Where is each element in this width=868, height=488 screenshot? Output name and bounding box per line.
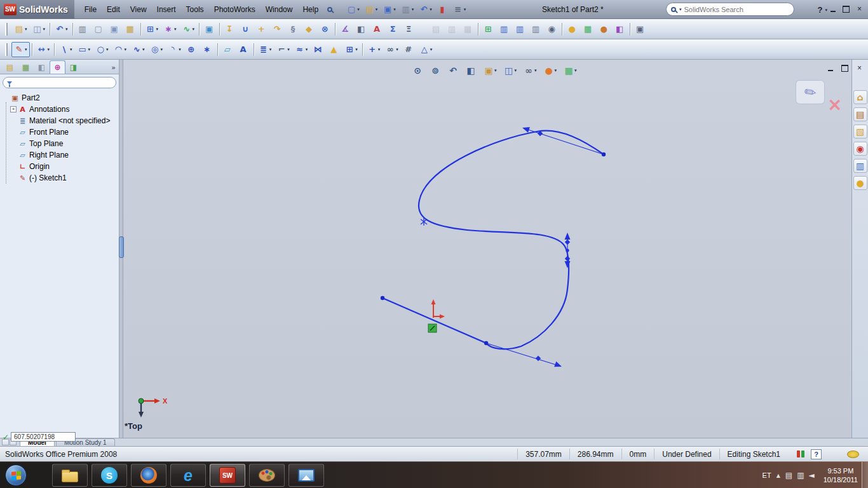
tree-expander[interactable]: + (10, 106, 17, 112)
undo[interactable]: ↶▾ (416, 2, 435, 17)
pw-render-area[interactable]: ▥ (444, 22, 460, 37)
display-relations[interactable]: ∞▾ (383, 42, 401, 57)
tree-filter-box[interactable] (3, 77, 116, 88)
tree-expander[interactable] (3, 95, 9, 101)
clock[interactable]: 9:53 PM 10/18/2011 (824, 466, 858, 485)
display-target-3[interactable]: ▥ (528, 22, 544, 37)
displaymanager-tab[interactable]: ◨ (65, 60, 81, 74)
menu-item[interactable]: File (79, 3, 102, 16)
tree-item[interactable]: ∟ Origin (3, 161, 119, 172)
mirror-entities[interactable]: ⋈ (310, 42, 326, 57)
minimize-button[interactable] (828, 4, 837, 13)
repair-sketch[interactable]: # (401, 42, 417, 57)
spline-handle-bottom[interactable] (486, 343, 563, 369)
status-help-icon[interactable]: ? (811, 449, 822, 459)
view-palette[interactable]: ▥ (853, 159, 867, 173)
show-desktop-button[interactable] (862, 462, 868, 488)
centerline-pattern[interactable]: ≣▾ (256, 42, 275, 57)
skype-button[interactable]: S (92, 464, 127, 487)
grid-settings[interactable]: ⊞▾ (143, 22, 161, 37)
firefox-button[interactable] (131, 464, 166, 487)
paint-button[interactable] (249, 464, 285, 487)
tree-expander[interactable] (10, 152, 17, 158)
section-view-hud[interactable]: ◧ (463, 63, 479, 78)
section-view[interactable]: ◧ (353, 22, 369, 37)
pw-grid[interactable]: ⊞ (480, 22, 496, 37)
curvature[interactable]: Ξ (401, 22, 417, 37)
rotate-component[interactable]: ↷ (269, 22, 285, 37)
tree-expander[interactable] (10, 140, 17, 147)
panel-overflow-chevron-icon[interactable]: » (111, 64, 119, 74)
open-document[interactable]: ▤▾ (362, 2, 381, 17)
cancel-sketch-icon[interactable]: × (827, 94, 842, 115)
menu-search-icon[interactable] (325, 7, 335, 12)
open-part[interactable]: ▤▾ (11, 22, 30, 37)
smart-fasteners[interactable]: § (285, 22, 301, 37)
doc-minimize-button[interactable] (825, 64, 835, 72)
solidworks-button[interactable]: SW (210, 464, 245, 487)
lights[interactable]: ● (564, 22, 580, 37)
help-icon[interactable]: ? (818, 5, 823, 15)
equations[interactable]: Σ (385, 22, 401, 37)
smart-tool[interactable]: ∗▾ (161, 22, 179, 37)
windows-explorer-button[interactable] (52, 464, 88, 487)
spline[interactable]: ∿▾ (129, 42, 147, 57)
circle[interactable]: ○▾ (93, 42, 111, 57)
line[interactable]: \▾ (57, 42, 75, 57)
sketch-canvas[interactable]: X *Top (123, 60, 851, 438)
render-options[interactable]: ◧ (612, 22, 628, 37)
edit-appearance[interactable]: ●▾ (541, 63, 560, 78)
convert-entities[interactable]: ⌐▾ (274, 42, 292, 57)
screen-capture[interactable]: ▣ (201, 22, 217, 37)
internet-explorer-button[interactable]: e (170, 464, 206, 487)
interference-check[interactable]: ⊗ (317, 22, 333, 37)
volume-tray-icon[interactable]: ◄ (809, 471, 815, 480)
display-target-2[interactable]: ▥ (512, 22, 528, 37)
solidworks-resources[interactable]: ⌂ (853, 90, 867, 104)
tree-expander[interactable] (10, 129, 17, 135)
tree-expander[interactable] (10, 175, 17, 181)
save-document[interactable]: ▣▾ (380, 2, 398, 17)
insert-component[interactable]: ↧ (222, 22, 238, 37)
new-document[interactable]: ▢▾ (344, 2, 362, 17)
file-explorer-pane[interactable]: ▧ (853, 125, 867, 139)
tree-item[interactable]: ▱ Front Plane (3, 126, 119, 138)
confirmation-corner[interactable]: ✎ (796, 80, 825, 104)
menu-item[interactable]: Insert (152, 3, 181, 16)
window-layout[interactable]: ◫▾ (30, 22, 48, 37)
rectangle[interactable]: ▭▾ (75, 42, 93, 57)
panel-splitter-handle[interactable] (119, 236, 124, 258)
construction-point[interactable]: ∗ (200, 42, 215, 57)
sketch-endpoints[interactable] (381, 152, 606, 345)
relation-badge[interactable] (428, 324, 437, 332)
view-undo[interactable]: ↶▾ (52, 22, 71, 37)
toolbox[interactable]: ◉ (853, 142, 867, 156)
sketch-fillet[interactable]: ◝▾ (165, 42, 184, 57)
sketch-check[interactable]: ▲ (326, 42, 342, 57)
pw-render-selection[interactable]: ▦ (460, 22, 476, 37)
curve-tool[interactable]: ∿▾ (179, 22, 198, 37)
menu-item[interactable]: Tools (181, 3, 209, 16)
language-indicator[interactable]: ET (763, 471, 771, 479)
featuremanager-tab[interactable]: ▤ (2, 60, 18, 74)
print-preview[interactable]: ▢ (91, 22, 107, 37)
tree-item[interactable]: ▱ Top Plane (3, 138, 119, 149)
configurationmanager-tab[interactable]: ◧ (34, 60, 50, 74)
help-caret-icon[interactable]: ▾ (825, 8, 827, 13)
toolbar-grip[interactable] (5, 43, 8, 56)
scene[interactable]: ▦ (580, 22, 596, 37)
text[interactable]: A (236, 42, 252, 57)
move-entities[interactable]: +▾ (365, 42, 383, 57)
appearances-scenes[interactable]: ● (853, 176, 867, 190)
menu-item[interactable]: View (125, 3, 152, 16)
smart-dimension[interactable]: ↔▾ (34, 42, 53, 57)
display-tray-icon[interactable]: ▥ (797, 471, 804, 480)
search-scope-caret-icon[interactable]: ▾ (679, 7, 682, 12)
doc-close-button[interactable]: × (855, 64, 864, 72)
menu-item[interactable]: Window (261, 3, 298, 16)
exit-sketch-icon[interactable]: ✎ (801, 82, 819, 102)
offset-entities[interactable]: ≈▾ (292, 42, 311, 57)
previous-view[interactable]: ↶ (445, 63, 461, 78)
sketch[interactable]: ✎▾ (11, 42, 30, 57)
spline-curve[interactable] (419, 131, 604, 349)
